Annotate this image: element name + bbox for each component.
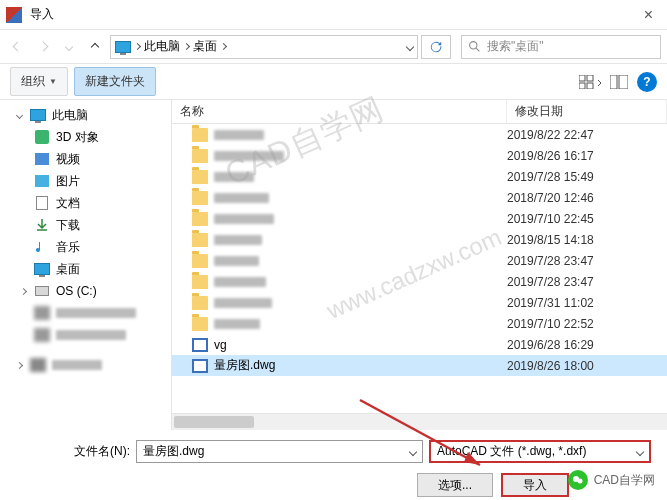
download-icon	[35, 218, 49, 232]
filename-input[interactable]: 量房图.dwg	[136, 440, 423, 463]
nav-videos[interactable]: 视频	[0, 148, 171, 170]
file-date: 2019/8/15 14:18	[507, 233, 667, 247]
pc-icon	[30, 109, 46, 121]
folder-icon	[192, 128, 208, 142]
file-icon	[192, 359, 208, 373]
folder-icon	[192, 191, 208, 205]
file-name	[214, 151, 507, 161]
chevron-down-icon[interactable]	[409, 447, 417, 455]
folder-icon	[192, 296, 208, 310]
drive-icon	[35, 286, 49, 296]
collapse-icon[interactable]	[14, 113, 24, 118]
svg-rect-4	[579, 83, 585, 89]
file-date: 2019/8/26 16:17	[507, 149, 667, 163]
file-row[interactable]: 2019/8/15 14:18	[172, 229, 667, 250]
file-row[interactable]: 2019/8/22 22:47	[172, 124, 667, 145]
nav-downloads[interactable]: 下载	[0, 214, 171, 236]
address-bar[interactable]: 此电脑 桌面	[110, 35, 418, 59]
preview-pane-button[interactable]	[607, 70, 631, 94]
search-input[interactable]: 搜索"桌面"	[461, 35, 661, 59]
scrollbar-thumb[interactable]	[174, 416, 254, 428]
refresh-button[interactable]	[421, 35, 451, 59]
file-row[interactable]: vg2019/6/28 16:29	[172, 334, 667, 355]
nav-pictures[interactable]: 图片	[0, 170, 171, 192]
svg-rect-2	[579, 75, 585, 81]
filename-label: 文件名(N):	[16, 443, 136, 460]
file-name	[214, 193, 507, 203]
nav-music[interactable]: 音乐	[0, 236, 171, 258]
credit: CAD自学网	[568, 470, 655, 490]
forward-button[interactable]	[32, 36, 54, 58]
options-button[interactable]: 选项...	[417, 473, 493, 497]
file-name	[214, 235, 507, 245]
breadcrumb[interactable]: 桌面	[193, 38, 217, 55]
col-name[interactable]: 名称	[172, 100, 507, 123]
chevron-right-icon	[220, 43, 227, 50]
svg-rect-6	[610, 75, 617, 89]
view-mode-button[interactable]	[579, 70, 603, 94]
folder-icon	[192, 317, 208, 331]
file-row[interactable]: 2019/7/28 23:47	[172, 250, 667, 271]
nav-desktop[interactable]: 桌面	[0, 258, 171, 280]
up-button[interactable]	[84, 36, 106, 58]
new-folder-button[interactable]: 新建文件夹	[74, 67, 156, 96]
picture-icon	[35, 175, 49, 187]
file-row[interactable]: 2018/7/20 12:46	[172, 187, 667, 208]
music-icon	[35, 240, 49, 254]
chevron-down-icon[interactable]	[406, 42, 414, 50]
nav-item-blur[interactable]	[0, 354, 171, 376]
file-name	[214, 130, 507, 140]
file-name	[214, 298, 507, 308]
desktop-icon	[34, 263, 50, 275]
file-row[interactable]: 2019/7/28 15:49	[172, 166, 667, 187]
file-row[interactable]: 2019/8/26 16:17	[172, 145, 667, 166]
file-date: 2019/7/10 22:52	[507, 317, 667, 331]
back-button[interactable]	[6, 36, 28, 58]
file-name	[214, 214, 507, 224]
close-icon[interactable]: ×	[636, 6, 661, 24]
file-date: 2019/7/10 22:45	[507, 212, 667, 226]
video-icon	[35, 153, 49, 165]
wechat-icon	[568, 470, 588, 490]
organize-button[interactable]: 组织 ▼	[10, 67, 68, 96]
document-icon	[36, 196, 48, 210]
file-row[interactable]: 2019/7/31 11:02	[172, 292, 667, 313]
svg-rect-7	[619, 75, 628, 89]
file-name	[214, 277, 507, 287]
folder-icon	[192, 149, 208, 163]
file-list[interactable]: 2019/8/22 22:472019/8/26 16:172019/7/28 …	[172, 124, 667, 413]
col-modified[interactable]: 修改日期	[507, 100, 667, 123]
file-icon	[192, 338, 208, 352]
breadcrumb[interactable]: 此电脑	[144, 38, 180, 55]
file-date: 2019/7/28 15:49	[507, 170, 667, 184]
nav-documents[interactable]: 文档	[0, 192, 171, 214]
file-date: 2018/7/20 12:46	[507, 191, 667, 205]
nav-this-pc[interactable]: 此电脑	[0, 104, 171, 126]
file-row[interactable]: 2019/7/28 23:47	[172, 271, 667, 292]
filetype-select[interactable]: AutoCAD 文件 (*.dwg, *.dxf)	[429, 440, 651, 463]
file-row[interactable]: 2019/7/10 22:45	[172, 208, 667, 229]
file-date: 2019/7/28 23:47	[507, 275, 667, 289]
file-name	[214, 256, 507, 266]
scrollbar[interactable]	[172, 413, 667, 430]
column-headers[interactable]: 名称 修改日期	[172, 100, 667, 124]
chevron-right-icon	[134, 43, 141, 50]
folder-icon	[192, 170, 208, 184]
file-name	[214, 172, 507, 182]
file-date: 2019/6/28 16:29	[507, 338, 667, 352]
chevron-down-icon[interactable]	[636, 447, 644, 455]
nav-drive-blur[interactable]	[0, 302, 171, 324]
nav-tree[interactable]: 此电脑 3D 对象 视频 图片 文档 下载 音乐 桌面 OS (C:)	[0, 100, 172, 430]
file-date: 2019/7/28 23:47	[507, 254, 667, 268]
svg-point-0	[470, 42, 477, 49]
file-date: 2019/8/22 22:47	[507, 128, 667, 142]
file-row[interactable]: 量房图.dwg2019/8/26 18:00	[172, 355, 667, 376]
file-row[interactable]: 2019/7/10 22:52	[172, 313, 667, 334]
import-button[interactable]: 导入	[501, 473, 569, 497]
recent-button[interactable]	[58, 36, 80, 58]
file-date: 2019/8/26 18:00	[507, 359, 667, 373]
nav-drive-blur[interactable]	[0, 324, 171, 346]
nav-os-c[interactable]: OS (C:)	[0, 280, 171, 302]
help-icon[interactable]: ?	[637, 72, 657, 92]
nav-3d[interactable]: 3D 对象	[0, 126, 171, 148]
